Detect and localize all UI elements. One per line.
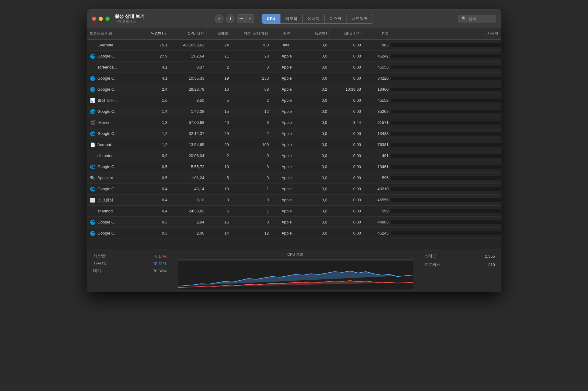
cell-user-3 xyxy=(391,77,501,80)
search-box[interactable]: 🔍 xyxy=(458,15,496,22)
header-gpu[interactable]: % GPU xyxy=(302,28,330,39)
table-row[interactable]: ⬜ 스크린샷 0,4 0,10 3 0 Apple 0,0 0,00 45556 xyxy=(87,195,501,206)
system-label: 시스템: xyxy=(93,253,106,259)
process-icon-12: 🔍 xyxy=(89,175,96,181)
table-row[interactable]: distnoted 0,9 20:08,04 2 0 Apple 0,0 0,0… xyxy=(87,150,501,161)
minimize-button[interactable] xyxy=(99,17,103,21)
header-gpu-time[interactable]: GPU 시간 xyxy=(330,28,363,39)
header-user[interactable]: 사용자 xyxy=(391,28,501,39)
cell-threads-4: 16 xyxy=(207,85,231,93)
table-row[interactable]: 📄 Acrobat... 1,2 13:54,65 29 109 Apple 0… xyxy=(87,139,501,150)
header-pid[interactable]: PID xyxy=(363,28,391,39)
table-row[interactable]: 🌐 Google C... 0,3 2,94 15 3 Apple 0,0 0,… xyxy=(87,217,501,228)
info-icon[interactable]: ℹ xyxy=(226,14,235,23)
table-row[interactable]: 🌐 Google C... 2,4 28:23,79 16 68 Apple 0… xyxy=(87,84,501,95)
cell-threads-0: 24 xyxy=(207,41,231,49)
cell-threads-5: 5 xyxy=(207,96,231,105)
cell-threads-1: 21 xyxy=(207,52,231,60)
cell-process-5: 📊 활성 상태... xyxy=(87,96,139,105)
cell-threads-8: 29 xyxy=(207,129,231,138)
cell-wakeups-13: 1 xyxy=(231,185,271,193)
tab-energy[interactable]: 에너지 xyxy=(303,14,325,24)
tab-memory[interactable]: 메모리 xyxy=(280,14,303,24)
cell-wakeups-15: 1 xyxy=(231,207,271,215)
fullscreen-button[interactable] xyxy=(105,17,110,21)
process-name-16: Google C... xyxy=(97,220,118,224)
close-button[interactable] xyxy=(92,17,96,21)
table-row[interactable]: Evernote... 75,1 40:16:38,61 24 700 Inte… xyxy=(87,40,501,51)
table-body[interactable]: Evernote... 75,1 40:16:38,61 24 700 Inte… xyxy=(87,40,501,249)
cell-kind-11: Apple xyxy=(271,163,302,171)
cell-user-7 xyxy=(391,121,501,124)
threads-value: 2.355 xyxy=(485,254,495,259)
cell-kind-4: Apple xyxy=(271,85,302,93)
cell-wakeups-8: 2 xyxy=(231,129,271,138)
cell-gpu-4: 0,2 xyxy=(302,85,330,93)
cell-wakeups-4: 68 xyxy=(231,85,271,93)
table-row[interactable]: 🌐 Google C... 4,1 10:35,33 19 233 Apple … xyxy=(87,73,501,84)
cell-user-5 xyxy=(391,99,501,102)
table-row[interactable]: 🌐 Google C... 1,2 32:12,37 29 2 Apple 0,… xyxy=(87,128,501,139)
cell-user-14 xyxy=(391,198,501,202)
cell-process-17: 🌐 Google C... xyxy=(87,228,139,238)
table-row[interactable]: 🔍 Spotlight 0,5 1:01,24 5 0 Apple 0,0 0,… xyxy=(87,172,501,184)
header-threads[interactable]: 스레드 xyxy=(207,28,231,39)
cell-kind-3: Apple xyxy=(271,74,302,82)
process-icon-15 xyxy=(89,208,96,214)
close-icon[interactable]: ✕ xyxy=(215,14,224,23)
tab-network[interactable]: 네트워크 xyxy=(347,14,373,24)
cell-gpu-10: 0,0 xyxy=(302,152,330,160)
cell-kind-12: Apple xyxy=(271,174,302,182)
process-icon-0 xyxy=(89,42,96,48)
process-icon-2 xyxy=(89,64,96,70)
table-row[interactable]: 🌐 Google C... 0,4 43,14 18 1 Apple 0,0 0… xyxy=(87,184,501,195)
cell-kind-17: Apple xyxy=(271,229,302,237)
tab-cpu[interactable]: CPU xyxy=(262,14,280,24)
table-row[interactable]: 📊 활성 상태... 1,6 8,50 5 2 Apple 0,0 0,00 4… xyxy=(87,95,501,106)
table-row[interactable]: 🌐 Google C... 27,9 1:02,64 21 28 Apple 0… xyxy=(87,51,501,62)
titlebar-right: 🔍 xyxy=(458,15,496,22)
cell-cpu-time-5: 8,50 xyxy=(170,96,207,105)
header-cpu-time[interactable]: CPU 시간 xyxy=(170,28,207,39)
cell-gpu-12: 0,0 xyxy=(302,174,330,182)
chevron-down-icon[interactable]: ▾ xyxy=(246,14,254,23)
table-row[interactable]: screenca... 4,1 0,37 2 0 Apple 0,0 0,00 … xyxy=(87,62,501,73)
cell-pid-15: 599 xyxy=(363,207,391,215)
cell-cpu-3: 4,1 xyxy=(139,74,170,82)
cell-kind-8: Apple xyxy=(271,129,302,138)
header-process[interactable]: 프로세스 이름 xyxy=(87,28,139,39)
process-name-1: Google C... xyxy=(97,54,118,58)
cell-process-6: 🌐 Google C... xyxy=(87,107,139,117)
system-stat-row: 시스템: 6,17% xyxy=(93,253,167,259)
header-wakeups[interactable]: 대기 상태 깨움 xyxy=(231,28,271,39)
cell-threads-11: 10 xyxy=(207,163,231,171)
process-name-8: Google C... xyxy=(97,131,118,136)
cell-user-17 xyxy=(391,231,501,235)
cell-cpu-11: 0,5 xyxy=(139,163,170,171)
titlebar: 활성 상태 보기 나의 프로세스 ✕ ℹ ••• ▾ CPU 메모리 에너지 디… xyxy=(87,10,501,28)
search-input[interactable] xyxy=(468,16,493,21)
user-value: 15,51% xyxy=(153,261,167,266)
cell-kind-13: Apple xyxy=(271,185,302,193)
table-row[interactable]: sharingd 0,4 24:38,82 5 1 Apple 0,0 0,00… xyxy=(87,206,501,217)
tab-disk[interactable]: 디스크 xyxy=(325,14,347,24)
table-row[interactable]: 🌐 Google C... 0,5 5:55,72 10 8 Apple 0,0… xyxy=(87,161,501,172)
tab-group: CPU 메모리 에너지 디스크 네트워크 xyxy=(262,14,373,24)
table-row[interactable]: 🌐 Google C... 0,3 2,06 14 12 Apple 0,0 0… xyxy=(87,228,501,239)
process-name-11: Google C... xyxy=(97,164,118,169)
cell-wakeups-9: 109 xyxy=(231,140,271,149)
process-icon-16: 🌐 xyxy=(89,219,96,225)
cell-pid-2: 45555 xyxy=(363,63,391,71)
cell-gpu-3: 0,0 xyxy=(302,74,330,82)
cell-cpu-7: 1,3 xyxy=(139,118,170,127)
process-name-10: distnoted xyxy=(97,153,114,158)
cell-pid-16: 44963 xyxy=(363,218,391,226)
table-row[interactable]: 🎬 iMovie 1,3 57:00,68 40 6 Apple 0,0 3,4… xyxy=(87,117,501,128)
cell-kind-16: Apple xyxy=(271,218,302,226)
more-icon[interactable]: ••• xyxy=(237,14,246,23)
process-name-5: 활성 상태... xyxy=(97,98,118,103)
header-cpu[interactable]: % CPU ▼ xyxy=(139,28,170,39)
cell-pid-11: 13461 xyxy=(363,163,391,171)
header-kind[interactable]: 종류 xyxy=(271,28,302,39)
table-row[interactable]: 🌐 Google C... 1,4 1:47,08 15 12 Apple 0,… xyxy=(87,106,501,117)
